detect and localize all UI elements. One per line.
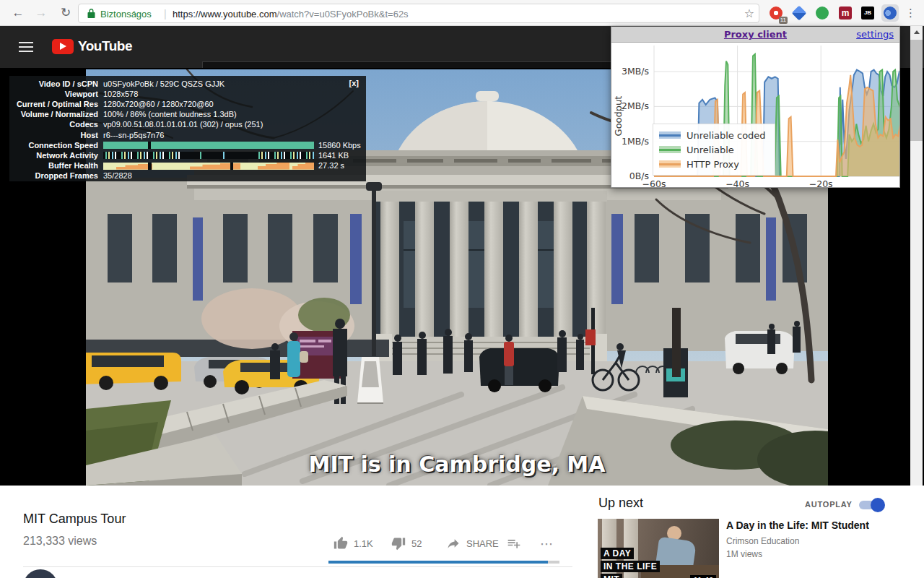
stats-label: Volume / Normalized: [9, 110, 103, 119]
thumb-text-line: A DAY: [601, 548, 634, 559]
x-tick: −40s: [720, 178, 756, 189]
stats-value: 1280x720@60 / 1280x720@60: [103, 100, 214, 109]
sentiment-bar: [328, 561, 559, 564]
forward-icon[interactable]: →: [32, 4, 51, 22]
share-label: SHARE: [466, 538, 499, 549]
chart-legend: Unreliable codedUnreliableHTTP Proxy: [653, 124, 775, 176]
youtube-logo-text: YouTube: [78, 38, 132, 54]
proxy-popup-header: Proxy client settings: [611, 27, 899, 43]
like-button[interactable]: 1.1K: [334, 536, 373, 551]
thumb-text-line: IN THE LIFE: [601, 561, 660, 572]
stats-value: 35/2828: [103, 171, 132, 181]
dislike-count: 52: [411, 538, 422, 549]
stats-row: Current / Optimal Res1280x720@60 / 1280x…: [9, 99, 366, 109]
reload-icon[interactable]: ↻: [56, 4, 75, 22]
stats-close-button[interactable]: [x]: [349, 79, 359, 87]
duration-badge: 11:46: [690, 575, 716, 578]
legend-label: HTTP Proxy: [687, 159, 739, 170]
stats-row: Hostr6---sn-p5qs7n76: [9, 130, 366, 140]
autoplay-toggle[interactable]: [859, 501, 884, 509]
legend-swatch: [659, 146, 681, 153]
up-next-thumbnail[interactable]: A DAY IN THE LIFE MIT 11:46: [598, 519, 719, 578]
youtube-play-icon: [52, 39, 74, 54]
menu-hamburger-icon[interactable]: [19, 42, 33, 52]
stats-for-nerds-panel: Video ID / sCPNu0SFyokPoBk / 529C QSZS G…: [9, 76, 366, 181]
legend-label: Unreliable: [687, 144, 734, 155]
stats-value: 27.32 s: [318, 161, 344, 171]
up-next-title[interactable]: A Day in the Life: MIT Student: [726, 519, 896, 532]
proxy-settings-link[interactable]: settings: [856, 27, 894, 42]
proxy-client-icon: [884, 7, 897, 20]
stats-row: Network Activity1641 KB: [9, 150, 366, 160]
stats-value: 100% / 86% (content loudness 1.3dB): [103, 110, 237, 119]
channel-avatar[interactable]: [23, 569, 58, 578]
youtube-logo[interactable]: YouTube: [52, 38, 132, 54]
x-tick: −60s: [636, 178, 672, 189]
lock-icon: [87, 9, 95, 19]
stats-label: Current / Optimal Res: [9, 100, 103, 109]
back-icon[interactable]: ←: [9, 4, 27, 22]
legend-swatch: [659, 131, 681, 139]
extension-blue-icon[interactable]: [790, 4, 808, 22]
dislike-button[interactable]: 52: [391, 536, 422, 551]
browser-menu-icon[interactable]: ⋮: [902, 4, 920, 22]
thumb-text-line: MIT: [601, 574, 622, 578]
up-next-views: 1M views: [726, 549, 762, 559]
screen: ← → ↻ Biztonságos | https://www.youtube.…: [0, 0, 924, 578]
jb-icon: JB: [861, 7, 874, 20]
proxy-client-popup: Proxy client settings Goodput 0B/s1MB/s2…: [611, 26, 900, 188]
address-bar[interactable]: Biztonságos | https://www.youtube.com/wa…: [78, 4, 759, 23]
legend-label: Unreliable coded: [687, 130, 766, 141]
sentiment-fill: [328, 561, 548, 564]
extension-jb-icon[interactable]: JB: [859, 4, 876, 22]
extension-red-icon[interactable]: 11: [767, 4, 785, 22]
thumb-down-icon: [391, 536, 406, 551]
stats-row: Volume / Normalized100% / 86% (content l…: [9, 110, 366, 120]
autoplay-label: AUTOPLAY: [805, 500, 853, 509]
y-tick: 1MB/s: [611, 136, 649, 147]
blue-kite-icon: [792, 6, 807, 21]
stats-value: r6---sn-p5qs7n76: [103, 131, 164, 140]
stats-label: Buffer Health: [9, 161, 103, 171]
playlist-add-icon: [507, 536, 521, 551]
security-label: Biztonságos: [100, 9, 152, 20]
like-count: 1.1K: [354, 538, 373, 549]
y-tick: 2MB/s: [611, 100, 649, 111]
x-tick: −20s: [803, 178, 839, 189]
page-content: MIT Campus Tour 213,333 views 1.1K 52 SH…: [0, 486, 924, 578]
scrollbar-up-arrow[interactable]: [910, 26, 923, 38]
video-title: MIT Campus Tour: [23, 512, 126, 527]
stats-row: Buffer Health27.32 s: [9, 161, 366, 171]
up-next-heading: Up next: [598, 496, 643, 511]
up-next-channel: Crimson Education: [726, 536, 799, 546]
autoplay-toggle-knob: [871, 498, 885, 512]
scrollbar-thumb[interactable]: [910, 40, 923, 141]
url-text: https://www.youtube.com/watch?v=u0SFyokP…: [173, 9, 409, 20]
video-caption: MIT is in Cambridge, MA: [86, 452, 828, 477]
stats-graph-conn: [103, 142, 314, 149]
extension-badge: 11: [779, 17, 788, 24]
legend-entry: Unreliable coded: [659, 128, 766, 142]
add-to-playlist-button[interactable]: [507, 536, 527, 551]
legend-entry: HTTP Proxy: [659, 157, 766, 171]
stats-label: Video ID / sCPN: [9, 79, 103, 89]
stats-label: Dropped Frames: [9, 171, 103, 181]
thumb-up-icon: [334, 536, 348, 551]
stats-row: Viewport1028x578: [9, 89, 366, 99]
more-icon: ⋯: [540, 536, 553, 552]
stats-graph-net: [103, 152, 314, 159]
stats-row: Dropped Frames35/2828: [9, 171, 366, 181]
extension-maroon-icon[interactable]: m: [837, 4, 854, 22]
url-host: https://www.youtube.com: [173, 9, 277, 20]
share-button[interactable]: SHARE: [446, 536, 499, 551]
extension-green-icon[interactable]: [814, 4, 831, 22]
stats-value: vp09.00.51.08.01.01.01.01 (302) / opus (…: [103, 120, 263, 129]
extension-proxy-icon[interactable]: [881, 4, 899, 22]
stats-label: Network Activity: [9, 151, 103, 160]
view-count: 213,333 views: [23, 535, 97, 548]
green-circle-icon: [816, 7, 829, 20]
stats-value: 1641 KB: [318, 151, 349, 160]
stats-graph-buf: [103, 163, 314, 170]
more-actions-button[interactable]: ⋯: [540, 536, 553, 552]
bookmark-star-icon[interactable]: ☆: [744, 7, 754, 20]
